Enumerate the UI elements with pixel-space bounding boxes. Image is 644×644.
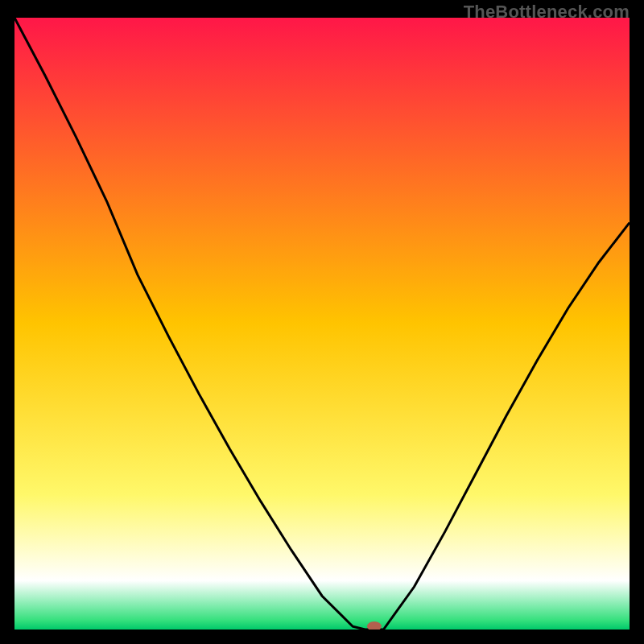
chart-background (14, 18, 630, 630)
chart-svg (14, 18, 630, 630)
chart-frame: TheBottleneck.com (0, 0, 644, 644)
chart-plot (14, 18, 630, 630)
